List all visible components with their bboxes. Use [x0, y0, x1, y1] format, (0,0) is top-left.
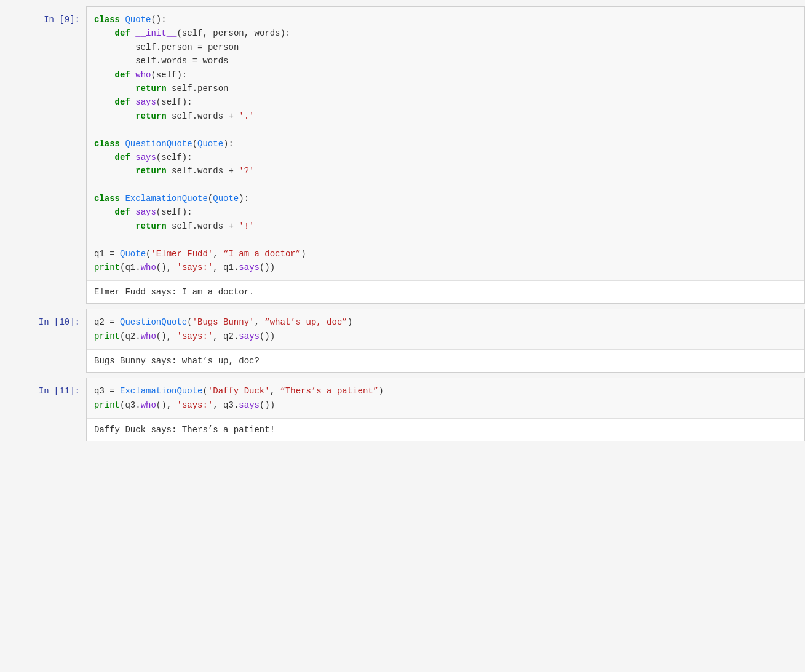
- output-text-9: Elmer Fudd says: I am a doctor.: [94, 287, 254, 297]
- prompt-label-9: In [9]:: [44, 15, 80, 25]
- cell-11-content[interactable]: q3 = ExclamationQuote('Daffy Duck', “The…: [86, 378, 805, 441]
- cell-11-output: Daffy Duck says: Thers’s a patient!: [87, 419, 804, 441]
- separator-2: [0, 373, 805, 378]
- cell-9-prompt: In [9]:: [0, 6, 86, 304]
- code-block-11: q3 = ExclamationQuote('Daffy Duck', “The…: [94, 384, 797, 412]
- notebook: In [9]: class Quote(): def __init__(self…: [0, 0, 805, 448]
- cell-10-code[interactable]: q2 = QuestionQuote('Bugs Bunny', “what’s…: [87, 309, 804, 350]
- code-block-9: class Quote(): def __init__(self, person…: [94, 13, 797, 274]
- cell-10-prompt: In [10]:: [0, 309, 86, 373]
- output-text-10: Bugs Bunny says: what’s up, doc?: [94, 356, 260, 366]
- cell-11: In [11]: q3 = ExclamationQuote('Daffy Du…: [0, 378, 805, 441]
- cell-10: In [10]: q2 = QuestionQuote('Bugs Bunny'…: [0, 309, 805, 373]
- code-block-10: q2 = QuestionQuote('Bugs Bunny', “what’s…: [94, 315, 797, 343]
- cell-10-output: Bugs Bunny says: what’s up, doc?: [87, 350, 804, 372]
- separator-1: [0, 304, 805, 309]
- prompt-label-10: In [10]:: [39, 317, 80, 327]
- cell-9-output: Elmer Fudd says: I am a doctor.: [87, 281, 804, 303]
- cell-9-content[interactable]: class Quote(): def __init__(self, person…: [86, 6, 805, 304]
- prompt-label-11: In [11]:: [39, 386, 80, 396]
- cell-9: In [9]: class Quote(): def __init__(self…: [0, 6, 805, 304]
- cell-11-code[interactable]: q3 = ExclamationQuote('Daffy Duck', “The…: [87, 378, 804, 419]
- output-text-11: Daffy Duck says: Thers’s a patient!: [94, 425, 275, 435]
- cell-10-content[interactable]: q2 = QuestionQuote('Bugs Bunny', “what’s…: [86, 309, 805, 373]
- cell-9-code[interactable]: class Quote(): def __init__(self, person…: [87, 7, 804, 281]
- cell-11-prompt: In [11]:: [0, 378, 86, 441]
